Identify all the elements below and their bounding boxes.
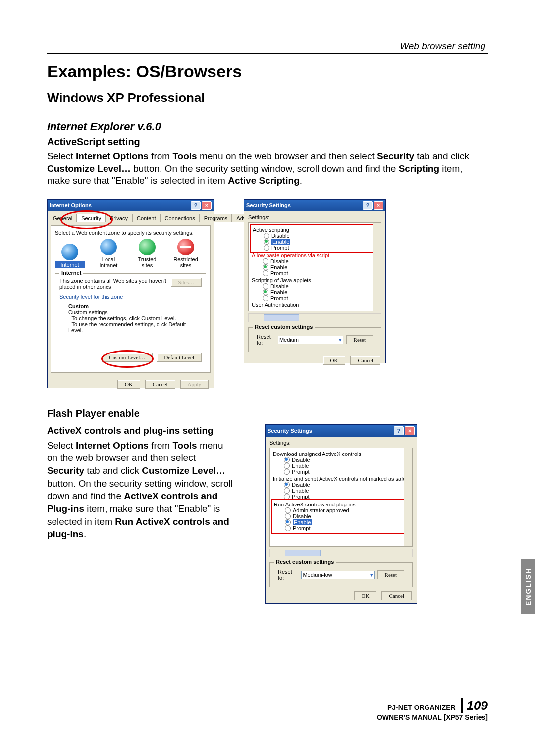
zone-local-intranet[interactable]: Local intranet bbox=[94, 239, 123, 268]
security-level-label: Security level for this zone bbox=[59, 294, 202, 300]
radio-admin-approved[interactable]: Administrator approved bbox=[285, 507, 410, 513]
highlight-circle-custom-level bbox=[101, 350, 154, 368]
radio-enable[interactable]: Enable bbox=[284, 488, 411, 494]
group-allow-paste: Allow paste operations via script bbox=[252, 252, 380, 258]
radio-prompt[interactable]: Prompt bbox=[284, 469, 411, 475]
tab-programs[interactable]: Programs bbox=[200, 214, 232, 222]
scrollbar-vertical[interactable] bbox=[404, 448, 412, 546]
close-icon[interactable]: × bbox=[202, 201, 212, 210]
reset-group-label: Reset custom settings bbox=[253, 324, 315, 330]
setting-body-1: Select Internet Options from Tools menu … bbox=[47, 151, 488, 187]
dialog-security-settings-activex: Security Settings ? × Settings: Download… bbox=[265, 424, 417, 604]
language-tab: ENGLISH bbox=[521, 559, 535, 614]
apply-button[interactable]: Apply bbox=[180, 380, 209, 389]
header-rule bbox=[47, 53, 488, 54]
radio-disable[interactable]: Disable bbox=[264, 233, 379, 239]
restricted-icon bbox=[177, 239, 194, 255]
os-heading: Windows XP Professional bbox=[47, 90, 488, 105]
settings-label: Settings: bbox=[244, 211, 385, 220]
radio-disable[interactable]: Disable bbox=[284, 457, 411, 463]
tab-content[interactable]: Content bbox=[132, 214, 160, 222]
ok-button[interactable]: OK bbox=[117, 380, 140, 389]
group-user-auth: User Authentication bbox=[252, 302, 380, 308]
radio-prompt[interactable]: Prompt bbox=[284, 494, 411, 500]
group-active-scripting: Active scripting bbox=[253, 227, 379, 233]
check-icon bbox=[139, 239, 156, 255]
custom-title: Custom bbox=[68, 303, 202, 309]
globe-icon bbox=[100, 239, 117, 255]
radio-prompt[interactable]: Prompt bbox=[263, 270, 380, 276]
zone-trusted-sites[interactable]: Trusted sites bbox=[132, 239, 162, 268]
radio-enable[interactable]: Enable bbox=[263, 289, 380, 295]
reset-to-select[interactable]: Medium-low▾ bbox=[301, 571, 374, 579]
dialog-title: Security Settings bbox=[246, 202, 291, 208]
dialog-internet-options: Internet Options ? × General Security Pr… bbox=[47, 199, 214, 388]
radio-disable[interactable]: Disable bbox=[263, 258, 380, 264]
radio-prompt[interactable]: Prompt bbox=[263, 295, 380, 301]
browser-heading: Internet Explorer v.6.0 bbox=[47, 120, 488, 133]
dialog-title: Security Settings bbox=[268, 428, 312, 434]
group-run-activex: Run ActiveX controls and plug-ins bbox=[274, 502, 410, 507]
globe-icon bbox=[61, 244, 78, 260]
close-icon[interactable]: × bbox=[405, 426, 415, 435]
scrollbar-vertical[interactable] bbox=[373, 223, 381, 311]
group-java-applets: Scripting of Java applets bbox=[252, 277, 380, 283]
setting-body-2: ActiveX controls and plug-ins setting Se… bbox=[47, 424, 235, 541]
cancel-button[interactable]: Cancel bbox=[350, 356, 380, 365]
highlight-circle-security-tab bbox=[60, 210, 113, 229]
radio-enable[interactable]: Enable bbox=[263, 264, 380, 270]
ok-button[interactable]: OK bbox=[323, 356, 346, 365]
scrollbar-horizontal[interactable] bbox=[248, 313, 381, 322]
page-title: Examples: OS/Browsers bbox=[47, 62, 488, 81]
radio-disable[interactable]: Disable bbox=[285, 513, 410, 519]
sites-button[interactable]: Sites… bbox=[171, 278, 202, 287]
default-level-button[interactable]: Default Level bbox=[157, 353, 202, 362]
custom-line: - To use the recommended settings, click… bbox=[68, 321, 202, 333]
chevron-down-icon: ▾ bbox=[370, 572, 373, 578]
dialog-title: Internet Options bbox=[50, 202, 92, 208]
group-init-script-activex: Initialize and script ActiveX controls n… bbox=[273, 476, 411, 482]
setting-heading-2: Flash Player enable bbox=[47, 408, 488, 419]
cancel-button[interactable]: Cancel bbox=[145, 380, 175, 389]
reset-button[interactable]: Reset bbox=[377, 570, 404, 579]
reset-to-label: Reset to: bbox=[278, 569, 298, 581]
radio-enable[interactable]: Enable bbox=[284, 463, 411, 469]
radio-prompt[interactable]: Prompt bbox=[264, 245, 379, 251]
radio-disable[interactable]: Disable bbox=[284, 482, 411, 488]
radio-disable[interactable]: Disable bbox=[263, 283, 380, 289]
group-download-unsigned: Download unsigned ActiveX controls bbox=[273, 451, 411, 457]
chevron-down-icon: ▾ bbox=[339, 337, 342, 343]
reset-to-select[interactable]: Medium▾ bbox=[278, 336, 343, 344]
radio-enable[interactable]: Enable bbox=[264, 239, 379, 245]
reset-to-label: Reset to: bbox=[257, 334, 275, 346]
zone-description: This zone contains all Web sites you hav… bbox=[59, 278, 168, 290]
setting-heading-1: ActiveScript setting bbox=[47, 136, 488, 148]
custom-line: - To change the settings, click Custom L… bbox=[68, 315, 202, 321]
radio-prompt[interactable]: Prompt bbox=[285, 525, 410, 531]
zone-hint: Select a Web content zone to specify its… bbox=[55, 230, 206, 236]
scrollbar-horizontal[interactable] bbox=[269, 549, 413, 557]
reset-group-label: Reset custom settings bbox=[274, 559, 336, 565]
reset-button[interactable]: Reset bbox=[346, 335, 373, 344]
zone-restricted-sites[interactable]: Restricted sites bbox=[171, 239, 201, 268]
settings-label: Settings: bbox=[266, 437, 417, 446]
zone-name-label: Internet bbox=[59, 270, 83, 276]
radio-enable[interactable]: Enable bbox=[285, 519, 410, 525]
help-icon[interactable]: ? bbox=[191, 201, 201, 210]
ok-button[interactable]: OK bbox=[354, 591, 377, 600]
cancel-button[interactable]: Cancel bbox=[381, 591, 412, 600]
dialog-security-settings-scripting: Security Settings ? × Settings: Active s… bbox=[244, 199, 386, 363]
tab-connections[interactable]: Connections bbox=[160, 214, 199, 222]
running-header: Web browser setting bbox=[400, 41, 485, 51]
page-footer: PJ-NET ORGANIZER 109 OWNER'S MANUAL [XP5… bbox=[377, 698, 488, 721]
help-icon[interactable]: ? bbox=[394, 426, 404, 435]
close-icon[interactable]: × bbox=[374, 201, 383, 210]
zone-internet[interactable]: Internet bbox=[55, 244, 85, 268]
help-icon[interactable]: ? bbox=[363, 201, 373, 210]
custom-line: Custom settings. bbox=[68, 309, 202, 315]
